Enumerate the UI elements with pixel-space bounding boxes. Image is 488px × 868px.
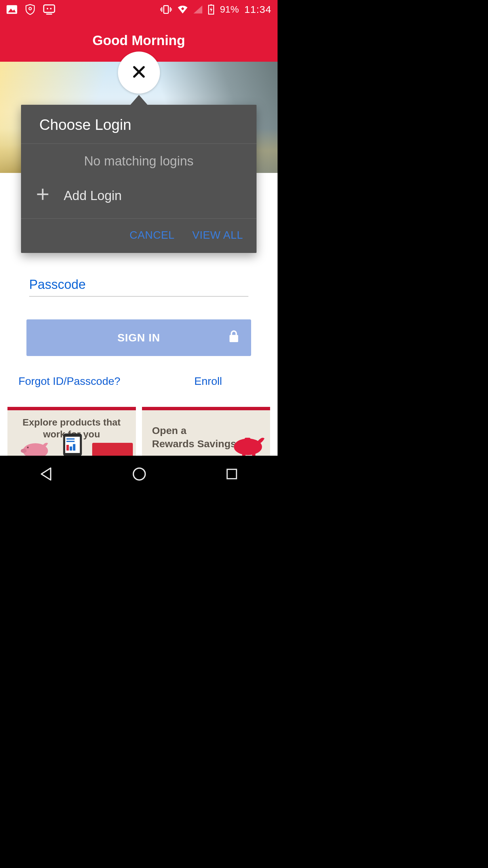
svg-point-4 xyxy=(47,8,48,9)
close-button[interactable] xyxy=(118,52,160,94)
popup-title: Choose Login xyxy=(21,105,257,144)
sign-in-label: SIGN IN xyxy=(117,332,160,344)
svg-rect-35 xyxy=(245,438,250,440)
svg-rect-40 xyxy=(227,469,237,479)
svg-point-23 xyxy=(27,447,29,448)
promo-card-explore[interactable]: Explore products that work for you xyxy=(7,407,136,456)
login-chooser-popup: Choose Login No matching logins Add Logi… xyxy=(21,105,257,253)
enroll-link[interactable]: Enroll xyxy=(139,375,278,388)
svg-rect-3 xyxy=(44,5,55,12)
passcode-label: Passcode xyxy=(29,277,86,292)
links-row: Forgot ID/Passcode? Enroll xyxy=(0,375,278,388)
svg-rect-15 xyxy=(210,4,212,5)
screen: 91% 11:34 Good Morning Choose Login No m… xyxy=(0,0,278,494)
svg-rect-37 xyxy=(252,453,256,456)
svg-rect-33 xyxy=(73,444,75,451)
recent-apps-button[interactable] xyxy=(224,466,240,483)
svg-rect-7 xyxy=(164,6,168,14)
vibrate-icon xyxy=(160,5,172,14)
popup-actions: CANCEL VIEW ALL xyxy=(21,219,257,253)
svg-rect-31 xyxy=(66,445,69,451)
status-right: 91% 11:34 xyxy=(160,4,271,15)
cancel-button[interactable]: CANCEL xyxy=(129,229,175,241)
card-icon xyxy=(92,443,133,456)
svg-point-5 xyxy=(50,8,52,9)
svg-rect-0 xyxy=(6,5,17,14)
greeting-text: Good Morning xyxy=(93,33,185,48)
svg-rect-30 xyxy=(66,441,75,442)
promo1-l1: Explore products that xyxy=(23,417,121,428)
status-bar: 91% 11:34 xyxy=(0,0,278,19)
piggy-bank-icon xyxy=(18,437,52,456)
svg-marker-16 xyxy=(210,7,212,13)
battery-charging-icon xyxy=(208,4,215,15)
wifi-icon xyxy=(177,5,188,14)
plus-icon xyxy=(35,187,50,205)
promo-cards: Explore products that work for you Open … xyxy=(7,407,270,456)
add-login-button[interactable]: Add Login xyxy=(21,177,257,219)
svg-rect-29 xyxy=(66,438,75,440)
svg-marker-13 xyxy=(194,5,202,14)
svg-rect-21 xyxy=(229,335,238,342)
add-login-label: Add Login xyxy=(64,189,122,203)
lock-icon xyxy=(228,330,240,346)
promo-card-savings[interactable]: Open a Rewards Savings xyxy=(142,407,270,456)
sign-in-button[interactable]: SIGN IN xyxy=(26,319,251,356)
clock: 11:34 xyxy=(244,4,271,15)
popup-no-match-msg: No matching logins xyxy=(21,144,257,177)
promo-card-explore-art xyxy=(7,437,136,456)
svg-marker-38 xyxy=(41,468,51,480)
svg-point-2 xyxy=(29,7,31,10)
device-icon xyxy=(43,4,56,15)
image-icon xyxy=(6,4,18,15)
forgot-link[interactable]: Forgot ID/Passcode? xyxy=(0,375,139,388)
promo2-l2: Rewards Savings xyxy=(152,438,236,449)
cell-signal-icon xyxy=(194,5,202,14)
passcode-input[interactable]: Passcode xyxy=(29,277,248,297)
home-button[interactable] xyxy=(131,466,148,484)
phone-icon xyxy=(62,433,83,456)
close-icon xyxy=(132,65,146,80)
svg-point-26 xyxy=(21,449,26,453)
view-all-button[interactable]: VIEW ALL xyxy=(192,229,243,241)
svg-point-34 xyxy=(234,438,262,455)
status-left-icons xyxy=(6,4,56,15)
battery-percent: 91% xyxy=(220,4,239,15)
shield-icon xyxy=(25,4,35,15)
piggy-bank-red-icon xyxy=(228,431,265,456)
svg-point-39 xyxy=(134,468,145,480)
android-nav-bar xyxy=(0,456,278,494)
back-button[interactable] xyxy=(38,466,55,484)
promo2-l1: Open a xyxy=(152,425,187,436)
svg-rect-36 xyxy=(242,453,246,456)
svg-rect-32 xyxy=(70,447,72,451)
popup-pointer xyxy=(130,95,148,105)
